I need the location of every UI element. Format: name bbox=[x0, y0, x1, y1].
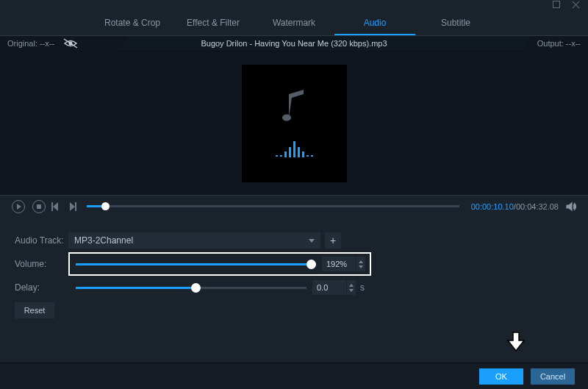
footer: OK Cancel bbox=[0, 363, 588, 389]
volume-label: Volume: bbox=[15, 259, 68, 269]
volume-value[interactable]: 192% bbox=[322, 257, 356, 271]
audio-track-select[interactable]: MP3-2Channel bbox=[68, 232, 320, 249]
delay-stepper[interactable] bbox=[347, 280, 356, 295]
tab-rotate-crop[interactable]: Rotate & Crop bbox=[92, 10, 173, 35]
delay-label: Delay: bbox=[15, 282, 68, 293]
album-art-placeholder bbox=[242, 65, 347, 182]
speaker-icon[interactable] bbox=[566, 201, 576, 212]
next-button[interactable] bbox=[68, 202, 75, 211]
close-button[interactable] bbox=[572, 1, 581, 10]
delay-slider[interactable] bbox=[76, 287, 306, 289]
preview-area bbox=[0, 51, 588, 195]
output-label: Output: --x-- bbox=[537, 39, 581, 48]
playback-controls: 00:00:10.10/00:04:32.08 bbox=[0, 195, 588, 217]
tab-watermark[interactable]: Watermark bbox=[254, 10, 334, 35]
time-display: 00:00:10.10/00:04:32.08 bbox=[471, 202, 559, 211]
tab-effect-filter[interactable]: Effect & Filter bbox=[173, 10, 254, 35]
add-track-button[interactable]: + bbox=[325, 232, 341, 249]
music-note-icon bbox=[282, 90, 306, 122]
tabs: Rotate & Crop Effect & Filter Watermark … bbox=[0, 10, 588, 35]
cancel-button[interactable]: Cancel bbox=[531, 368, 575, 385]
svg-point-1 bbox=[282, 114, 291, 121]
ok-button[interactable]: OK bbox=[479, 368, 523, 385]
seek-slider[interactable] bbox=[87, 205, 459, 207]
prev-button[interactable] bbox=[53, 202, 60, 211]
file-title: Bugoy Drilon - Having You Near Me (320 k… bbox=[0, 39, 588, 48]
volume-highlight: 192% bbox=[68, 252, 371, 276]
delay-unit: s bbox=[360, 282, 365, 293]
tab-subtitle[interactable]: Subtitle bbox=[415, 10, 496, 35]
stop-button[interactable] bbox=[32, 200, 46, 213]
equalizer-icon bbox=[276, 135, 313, 157]
tab-audio[interactable]: Audio bbox=[334, 10, 415, 35]
delay-value[interactable]: 0.0 bbox=[312, 280, 346, 295]
chevron-down-icon bbox=[309, 239, 315, 243]
reset-button[interactable]: Reset bbox=[15, 302, 54, 318]
volume-stepper[interactable] bbox=[356, 257, 365, 271]
arrow-annotation-icon bbox=[507, 332, 525, 352]
audio-track-label: Audio Track: bbox=[15, 235, 68, 246]
file-header: Original: --x-- Bugoy Drilon - Having Yo… bbox=[0, 35, 588, 51]
volume-slider[interactable] bbox=[76, 263, 316, 265]
maximize-button[interactable] bbox=[553, 1, 562, 10]
play-button[interactable] bbox=[12, 200, 25, 213]
